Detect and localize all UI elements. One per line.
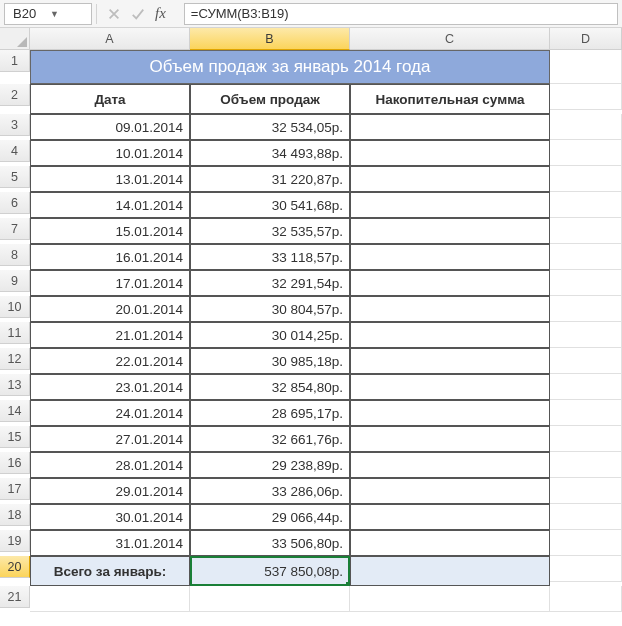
row-header-10[interactable]: 10 [0, 296, 30, 318]
cell-cumulative[interactable] [350, 322, 550, 348]
cell-volume[interactable]: 28 695,17р. [190, 400, 350, 426]
cell-cumulative[interactable] [350, 270, 550, 296]
cancel-icon[interactable] [107, 7, 121, 21]
cell-date[interactable]: 31.01.2014 [30, 530, 190, 556]
cell-date[interactable]: 09.01.2014 [30, 114, 190, 140]
cell-volume[interactable]: 31 220,87р. [190, 166, 350, 192]
cell-volume[interactable]: 29 238,89р. [190, 452, 350, 478]
cell-D20[interactable] [550, 556, 622, 582]
cell-cumulative[interactable] [350, 114, 550, 140]
row-header-19[interactable]: 19 [0, 530, 30, 552]
cell-date[interactable]: 28.01.2014 [30, 452, 190, 478]
row-header-11[interactable]: 11 [0, 322, 30, 344]
total-cumulative[interactable] [350, 556, 550, 586]
cell-cumulative[interactable] [350, 426, 550, 452]
row-header-9[interactable]: 9 [0, 270, 30, 292]
row-header-13[interactable]: 13 [0, 374, 30, 396]
cell-volume[interactable]: 32 854,80р. [190, 374, 350, 400]
cell-date[interactable]: 23.01.2014 [30, 374, 190, 400]
cell-cumulative[interactable] [350, 504, 550, 530]
cell-D2[interactable] [550, 84, 622, 110]
cell-date[interactable]: 13.01.2014 [30, 166, 190, 192]
cell-cumulative[interactable] [350, 166, 550, 192]
cell-B21[interactable] [190, 586, 350, 612]
cell-D13[interactable] [550, 374, 622, 400]
cell-volume[interactable]: 30 541,68р. [190, 192, 350, 218]
cell-cumulative[interactable] [350, 296, 550, 322]
formula-input[interactable]: =СУММ(B3:B19) [184, 3, 618, 25]
row-header-12[interactable]: 12 [0, 348, 30, 370]
cell-volume[interactable]: 33 286,06р. [190, 478, 350, 504]
cell-volume[interactable]: 30 985,18р. [190, 348, 350, 374]
row-header-8[interactable]: 8 [0, 244, 30, 266]
enter-icon[interactable] [131, 7, 145, 21]
cell-volume[interactable]: 32 291,54р. [190, 270, 350, 296]
row-header-20[interactable]: 20 [0, 556, 30, 578]
cell-volume[interactable]: 29 066,44р. [190, 504, 350, 530]
cell-D10[interactable] [550, 296, 622, 322]
row-header-15[interactable]: 15 [0, 426, 30, 448]
cell-cumulative[interactable] [350, 218, 550, 244]
cell-D16[interactable] [550, 452, 622, 478]
total-value[interactable]: 537 850,08р. [190, 556, 350, 586]
cell-date[interactable]: 15.01.2014 [30, 218, 190, 244]
cell-D6[interactable] [550, 192, 622, 218]
cell-C21[interactable] [350, 586, 550, 612]
col-header-D[interactable]: D [550, 28, 622, 50]
cell-volume[interactable]: 33 118,57р. [190, 244, 350, 270]
cell-cumulative[interactable] [350, 478, 550, 504]
row-header-4[interactable]: 4 [0, 140, 30, 162]
cell-cumulative[interactable] [350, 530, 550, 556]
cell-A21[interactable] [30, 586, 190, 612]
cell-volume[interactable]: 30 014,25р. [190, 322, 350, 348]
cell-cumulative[interactable] [350, 244, 550, 270]
name-box[interactable]: B20 ▼ [4, 3, 92, 25]
cell-date[interactable]: 22.01.2014 [30, 348, 190, 374]
row-header-5[interactable]: 5 [0, 166, 30, 188]
cell-volume[interactable]: 33 506,80р. [190, 530, 350, 556]
cell-date[interactable]: 30.01.2014 [30, 504, 190, 530]
cell-D17[interactable] [550, 478, 622, 504]
cell-cumulative[interactable] [350, 192, 550, 218]
row-header-6[interactable]: 6 [0, 192, 30, 214]
cell-volume[interactable]: 32 535,57р. [190, 218, 350, 244]
row-header-1[interactable]: 1 [0, 50, 30, 72]
cell-D8[interactable] [550, 244, 622, 270]
cell-D3[interactable] [550, 114, 622, 140]
cell-volume[interactable]: 32 534,05р. [190, 114, 350, 140]
chevron-down-icon[interactable]: ▼ [50, 9, 87, 19]
cell-date[interactable]: 17.01.2014 [30, 270, 190, 296]
cell-D21[interactable] [550, 586, 622, 612]
cell-volume[interactable]: 30 804,57р. [190, 296, 350, 322]
row-header-18[interactable]: 18 [0, 504, 30, 526]
row-header-21[interactable]: 21 [0, 586, 30, 608]
fx-icon[interactable]: fx [155, 5, 174, 22]
row-header-2[interactable]: 2 [0, 84, 30, 106]
cell-date[interactable]: 27.01.2014 [30, 426, 190, 452]
cell-volume[interactable]: 34 493,88р. [190, 140, 350, 166]
cell-D4[interactable] [550, 140, 622, 166]
select-all-corner[interactable] [0, 28, 30, 50]
row-header-17[interactable]: 17 [0, 478, 30, 500]
cell-cumulative[interactable] [350, 374, 550, 400]
cell-cumulative[interactable] [350, 400, 550, 426]
cell-cumulative[interactable] [350, 348, 550, 374]
cell-D1[interactable] [550, 50, 622, 84]
cell-date[interactable]: 16.01.2014 [30, 244, 190, 270]
cell-D14[interactable] [550, 400, 622, 426]
cell-D7[interactable] [550, 218, 622, 244]
cell-date[interactable]: 24.01.2014 [30, 400, 190, 426]
cell-D5[interactable] [550, 166, 622, 192]
col-header-B[interactable]: B [190, 28, 350, 50]
cell-date[interactable]: 10.01.2014 [30, 140, 190, 166]
cell-cumulative[interactable] [350, 140, 550, 166]
row-header-16[interactable]: 16 [0, 452, 30, 474]
cell-D18[interactable] [550, 504, 622, 530]
cell-D9[interactable] [550, 270, 622, 296]
cell-date[interactable]: 21.01.2014 [30, 322, 190, 348]
cell-date[interactable]: 29.01.2014 [30, 478, 190, 504]
col-header-C[interactable]: C [350, 28, 550, 50]
cell-volume[interactable]: 32 661,76р. [190, 426, 350, 452]
cell-D19[interactable] [550, 530, 622, 556]
cell-D15[interactable] [550, 426, 622, 452]
